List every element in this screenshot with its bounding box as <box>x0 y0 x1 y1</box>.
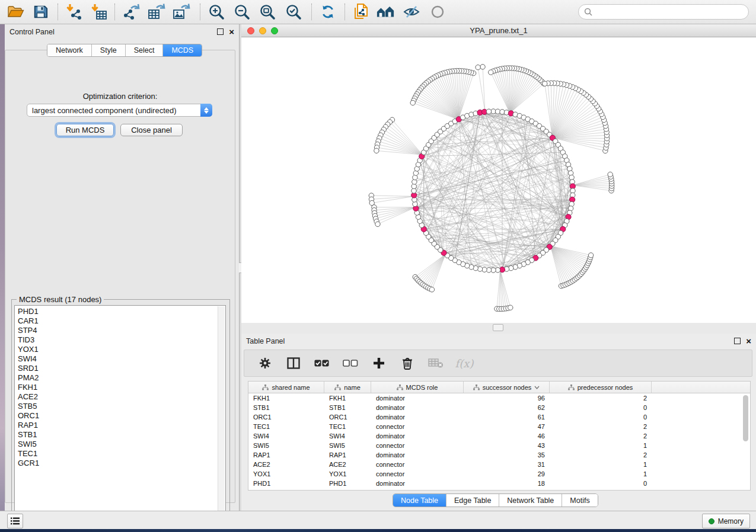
table-cell: connector <box>371 470 464 477</box>
table-row[interactable]: ORC1ORC1dominator610 <box>248 412 750 422</box>
tab-select[interactable]: Select <box>126 44 164 56</box>
mcds-result-item[interactable]: FKH1 <box>18 383 225 392</box>
close-panel-icon[interactable]: × <box>746 338 751 344</box>
deselect-all-icon[interactable] <box>343 355 358 371</box>
table-cell: dominator <box>371 395 464 402</box>
close-panel-icon[interactable]: × <box>229 29 234 35</box>
optimization-criterion-select[interactable]: largest connected component (undirected) <box>27 104 212 117</box>
mcds-result-item[interactable]: ACE2 <box>18 392 225 402</box>
search-input[interactable] <box>595 7 748 17</box>
mcds-result-item[interactable]: GCR1 <box>18 459 225 468</box>
zoom-selected-icon[interactable] <box>284 3 303 21</box>
network-graph[interactable] <box>241 37 756 323</box>
mcds-result-item[interactable]: CAR1 <box>18 316 225 326</box>
new-network-from-selection-icon[interactable] <box>352 3 371 21</box>
search-icon <box>584 8 592 16</box>
table-cell: FKH1 <box>324 395 371 402</box>
column-header-predecessor-nodes[interactable]: predecessor nodes <box>550 382 652 393</box>
table-cell: SWI5 <box>248 442 324 449</box>
tab-mcds[interactable]: MCDS <box>163 44 202 56</box>
mcds-result-item[interactable]: TID3 <box>18 335 225 345</box>
optimization-criterion-value: largest connected component (undirected) <box>27 106 200 115</box>
table-row[interactable]: YOX1YOX1connector291 <box>248 469 750 479</box>
main-toolbar <box>0 0 756 24</box>
export-table-icon[interactable] <box>147 3 166 21</box>
save-session-icon[interactable] <box>31 3 50 21</box>
zoom-in-icon[interactable] <box>207 3 226 21</box>
table-row[interactable]: FKH1FKH1dominator962 <box>248 393 750 403</box>
mcds-list-scrollbar[interactable] <box>218 306 225 513</box>
refresh-icon[interactable] <box>318 3 337 21</box>
mcds-result-item[interactable]: PMA2 <box>18 373 225 383</box>
add-column-icon[interactable] <box>371 355 387 371</box>
table-cell: STB1 <box>324 404 371 411</box>
table-cell: 1 <box>550 461 652 468</box>
delete-icon[interactable] <box>400 355 415 371</box>
eye-slash-icon[interactable] <box>402 3 421 21</box>
select-all-icon[interactable] <box>314 355 330 371</box>
horizontal-splitter-handle[interactable] <box>493 324 503 331</box>
tab-edge-table[interactable]: Edge Table <box>446 494 499 507</box>
table-row[interactable]: SWI4SWI4dominator462 <box>248 431 750 441</box>
column-header-successor-nodes[interactable]: successor nodes <box>464 382 550 393</box>
gear-icon[interactable] <box>257 355 273 371</box>
table-row[interactable]: SWI5SWI5connector431 <box>248 441 750 450</box>
eye-icon[interactable] <box>428 3 447 21</box>
memory-button[interactable]: Memory <box>702 514 750 528</box>
mcds-result-item[interactable]: RAP1 <box>18 421 225 430</box>
zoom-out-icon[interactable] <box>232 3 251 21</box>
search-field[interactable] <box>578 4 749 20</box>
import-network-icon[interactable] <box>64 3 83 21</box>
optimization-criterion-label: Optimization criterion: <box>5 92 235 101</box>
mcds-result-item[interactable]: TEC1 <box>18 449 225 459</box>
mcds-result-item[interactable]: STP4 <box>18 326 225 335</box>
table-toolbar: f(x) <box>244 350 752 377</box>
table-row[interactable]: RAP1RAP1dominator352 <box>248 450 750 460</box>
attribute-icon <box>334 384 341 390</box>
mcds-result-item[interactable]: STB5 <box>18 402 225 411</box>
function-builder-icon[interactable]: f(x) <box>457 355 472 371</box>
table-cell: 47 <box>464 423 550 430</box>
tab-network[interactable]: Network <box>47 44 92 56</box>
zoom-fit-icon[interactable] <box>258 3 277 21</box>
import-table-icon[interactable] <box>89 3 108 21</box>
mcds-result-item[interactable]: SRD1 <box>18 364 225 373</box>
home-networks-icon[interactable] <box>376 3 395 21</box>
float-panel-icon[interactable] <box>734 338 741 344</box>
mcds-result-item[interactable]: PHD1 <box>18 307 225 316</box>
open-file-icon[interactable] <box>6 3 25 21</box>
split-panel-icon[interactable] <box>286 355 301 371</box>
tab-node-table[interactable]: Node Table <box>393 494 446 507</box>
table-cell: 31 <box>464 461 550 468</box>
column-header-shared-name[interactable]: shared name <box>248 382 324 393</box>
network-canvas[interactable] <box>241 37 756 323</box>
mcds-result-item[interactable]: ORC1 <box>18 411 225 421</box>
table-row[interactable]: STB1STB1dominator620 <box>248 403 750 412</box>
export-image-icon[interactable] <box>172 3 191 21</box>
close-panel-button[interactable]: Close panel <box>120 124 183 136</box>
table-row[interactable]: PHD1PHD1dominator180 <box>248 479 750 488</box>
export-network-icon[interactable] <box>123 3 142 21</box>
mcds-result-item[interactable]: YOX1 <box>18 345 225 354</box>
table-cell: 1 <box>550 442 652 449</box>
task-history-button[interactable] <box>7 514 23 528</box>
table-row[interactable]: TEC1TEC1connector472 <box>248 422 750 431</box>
tab-motifs[interactable]: Motifs <box>562 494 597 507</box>
mcds-result-item[interactable]: SWI4 <box>18 354 225 364</box>
column-header-name[interactable]: name <box>324 382 371 393</box>
network-window-titlebar[interactable]: YPA_prune.txt_1 <box>241 24 756 37</box>
float-panel-icon[interactable] <box>217 28 224 35</box>
table-cell: ORC1 <box>248 414 324 421</box>
mcds-result-item[interactable]: SWI5 <box>18 440 225 449</box>
table-cell: 1 <box>550 470 652 477</box>
delete-table-icon[interactable] <box>428 355 444 371</box>
node-table[interactable]: shared namenameMCDS rolesuccessor nodesp… <box>248 381 751 491</box>
table-cell: connector <box>371 423 464 430</box>
column-header-mcds-role[interactable]: MCDS role <box>371 382 464 393</box>
run-mcds-button[interactable]: Run MCDS <box>56 124 114 136</box>
mcds-result-item[interactable]: STB1 <box>18 430 225 440</box>
table-row[interactable]: ACE2ACE2connector311 <box>248 460 750 469</box>
tab-style[interactable]: Style <box>92 44 126 56</box>
tab-network-table[interactable]: Network Table <box>499 494 562 507</box>
table-scrollbar-thumb[interactable] <box>743 395 748 441</box>
